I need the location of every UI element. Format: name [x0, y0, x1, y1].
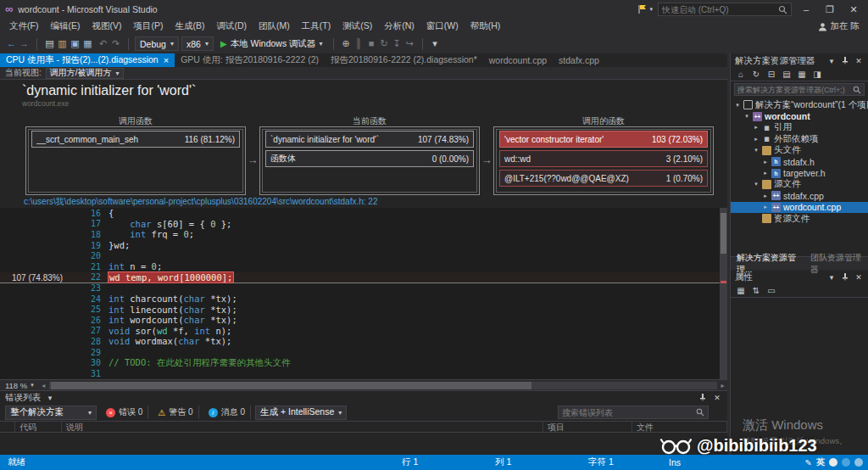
menu-item-3[interactable]: 项目(P)	[127, 20, 169, 32]
code-line-16[interactable]: 16{	[0, 208, 727, 219]
configuration-dropdown[interactable]: Debug ▾	[135, 36, 179, 51]
code-line-20[interactable]: 20	[0, 250, 727, 261]
current-view-dropdown[interactable]: 调用方/被调用方 ▾	[46, 68, 124, 79]
pin-icon[interactable]	[840, 272, 850, 283]
code-line-26[interactable]: 26int wordcount(char *tx);	[0, 315, 727, 326]
step-into-icon[interactable]: ↧	[391, 36, 403, 51]
tree-item-6[interactable]: ▸htargetver.h	[731, 167, 868, 178]
pen-icon[interactable]: ✎	[805, 458, 812, 467]
close-icon[interactable]: ✕	[854, 273, 864, 282]
chevron-right-icon[interactable]: ▸	[753, 124, 760, 131]
vertical-scrollbar[interactable]	[720, 208, 727, 379]
horizontal-scrollbar[interactable]	[49, 382, 717, 389]
menu-item-7[interactable]: 工具(T)	[296, 20, 337, 32]
scroll-right-arrow[interactable]: ▸	[718, 382, 727, 389]
step-over-icon[interactable]: ↪	[403, 36, 416, 51]
code-line-18[interactable]: 18 int frq = 0;	[0, 229, 727, 240]
code-line-30[interactable]: 30// TODO: 在此处引用程序需要的其他头文件	[0, 357, 727, 368]
function-row[interactable]: @ILT+215(??0wd@@QAE@XZ)1 (0.70%)	[499, 170, 708, 187]
warnings-filter-button[interactable]: ⚠ 警告 0	[153, 406, 198, 419]
stop-debug-icon[interactable]: ■	[365, 36, 378, 51]
function-row[interactable]: wd::wd3 (2.10%)	[499, 150, 708, 167]
solution-search-box[interactable]	[734, 83, 865, 96]
scroll-left-arrow[interactable]: ◂	[39, 382, 48, 389]
close-icon[interactable]: ✕	[854, 57, 864, 65]
tray-circle-icon[interactable]	[842, 458, 850, 467]
close-icon[interactable]: ✕	[712, 394, 722, 402]
document-tab-3[interactable]: wordcount.cpp	[483, 53, 553, 67]
menu-item-1[interactable]: 编辑(E)	[44, 20, 86, 32]
open-file-icon[interactable]: ▥	[56, 36, 69, 51]
zoom-dropdown[interactable]: 118 % ▾	[0, 381, 39, 390]
tree-item-7[interactable]: ▾源文件	[731, 179, 868, 190]
close-button[interactable]: ✕	[844, 1, 863, 18]
restart-icon[interactable]: ↻	[378, 36, 391, 51]
close-icon[interactable]: ×	[164, 56, 169, 64]
start-debugging-button[interactable]: ▶ 本地 Windows 调试器 ▾	[216, 36, 327, 52]
error-source-dropdown[interactable]: 生成 + IntelliSense ▾	[255, 406, 347, 420]
error-search-input[interactable]	[562, 408, 696, 417]
chevron-down-icon[interactable]: ▾	[826, 57, 837, 65]
chevron-right-icon[interactable]: ▸	[762, 170, 769, 176]
code-line-24[interactable]: 24int charcount(char *tx);	[0, 294, 727, 305]
tray-circle-icon[interactable]	[829, 458, 837, 467]
tree-item-0[interactable]: ▾解决方案“wordcount”(1 个项目)	[731, 99, 868, 110]
code-line-28[interactable]: 28void wordmax(char *tx);	[0, 336, 727, 347]
redo-icon[interactable]: ↷	[109, 36, 122, 51]
toolbar-overflow-icon[interactable]: ▾	[429, 36, 442, 51]
error-scope-dropdown[interactable]: 整个解决方案 ▾	[5, 406, 97, 420]
column-flag[interactable]	[0, 422, 15, 432]
function-row[interactable]: `dynamic initializer for 'word'`107 (74.…	[265, 131, 474, 148]
tree-item-2[interactable]: ▸▦引用	[731, 122, 868, 133]
error-search-box[interactable]	[558, 406, 709, 419]
pin-icon[interactable]	[698, 393, 708, 403]
code-line-17[interactable]: 17 char s[60] = { 0 };	[0, 219, 727, 230]
menu-item-0[interactable]: 文件(F)	[3, 20, 44, 32]
attach-process-icon[interactable]: ⊕	[340, 36, 353, 51]
document-tab-2[interactable]: 报告20180916-2222 (2).diagsession*	[325, 53, 483, 67]
menu-item-11[interactable]: 帮助(H)	[465, 20, 507, 32]
column-header-0[interactable]: 代码	[15, 422, 62, 432]
scrollbar-thumb[interactable]	[721, 213, 726, 254]
pin-icon[interactable]	[840, 56, 850, 66]
solution-search-input[interactable]	[737, 86, 853, 94]
code-line-29[interactable]: 29	[0, 347, 727, 358]
quick-launch-box[interactable]	[658, 3, 792, 16]
menu-item-2[interactable]: 视图(V)	[86, 20, 127, 32]
new-file-icon[interactable]: ▤	[43, 36, 56, 51]
quick-launch-input[interactable]	[662, 5, 778, 14]
home-icon[interactable]: ⌂	[736, 67, 746, 81]
tree-item-5[interactable]: ▸hstdafx.h	[731, 156, 868, 167]
tree-item-1[interactable]: ▾++wordcount	[731, 110, 868, 121]
alphabetical-icon[interactable]: ⇅	[751, 283, 761, 298]
minimize-button[interactable]: –	[797, 1, 815, 18]
save-all-icon[interactable]: ▦	[81, 36, 94, 51]
code-line-23[interactable]: 23	[0, 283, 727, 294]
save-icon[interactable]: ▣	[69, 36, 81, 51]
column-header-3[interactable]: 文件	[632, 422, 727, 432]
maximize-button[interactable]: ❐	[821, 1, 839, 18]
chevron-down-icon[interactable]: ▾	[753, 147, 760, 154]
properties-icon[interactable]: ▦	[797, 67, 807, 81]
break-all-icon[interactable]: ║	[353, 36, 365, 51]
tree-item-9[interactable]: ▸++wordcount.cpp	[731, 202, 868, 213]
document-tab-0[interactable]: CPU 使用率 - 报告(2)...(2).diagsession×	[0, 53, 175, 67]
property-pages-icon[interactable]: ▭	[766, 283, 776, 298]
collapse-all-icon[interactable]: ⊟	[766, 67, 776, 81]
tree-item-4[interactable]: ▾头文件	[731, 145, 868, 156]
signed-in-user[interactable]: 加在 陈	[818, 20, 868, 32]
forward-icon[interactable]: →	[18, 36, 31, 51]
menu-item-9[interactable]: 分析(N)	[378, 20, 420, 32]
scrollbar-thumb[interactable]	[51, 382, 532, 389]
source-file-link[interactable]: c:\users\我\desktop\software\personal-pro…	[0, 195, 727, 208]
menu-item-10[interactable]: 窗口(W)	[420, 20, 465, 32]
code-line-19[interactable]: 19}wd;	[0, 240, 727, 251]
code-line-27[interactable]: 27void sor(wd *f, int n);	[0, 326, 727, 337]
preview-icon[interactable]: ◨	[812, 67, 822, 81]
chevron-down-icon[interactable]: ▾	[753, 181, 760, 187]
chevron-down-icon[interactable]: ▾	[743, 113, 750, 120]
menu-item-4[interactable]: 生成(B)	[169, 20, 210, 32]
chevron-down-icon[interactable]: ▾	[826, 273, 837, 282]
sync-icon[interactable]: ↻	[751, 67, 761, 81]
chevron-right-icon[interactable]: ▸	[753, 136, 760, 143]
